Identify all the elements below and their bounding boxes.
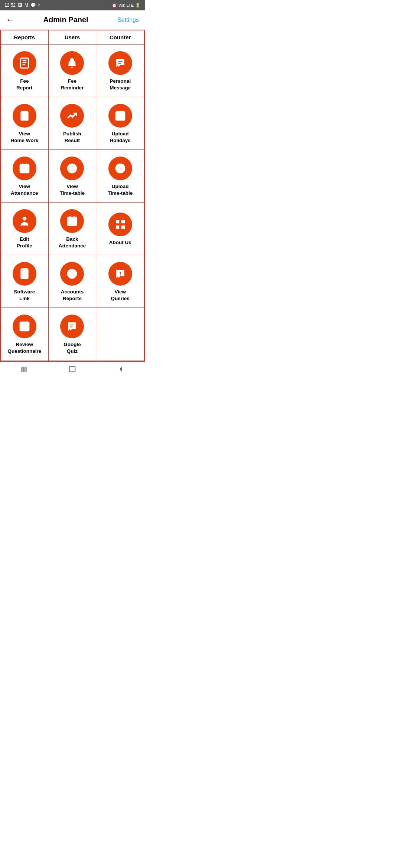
grid-item-view-timetable[interactable]: View Time-table [49,150,97,203]
message-icon: 💬 [30,3,36,8]
svg-rect-32 [121,226,124,229]
grid-label-edit-profile: Edit Profile [17,236,32,249]
svg-rect-25 [68,217,76,226]
grid-item-publish-result[interactable]: Publish Result [49,97,97,150]
grid-icon [108,213,132,236]
clock-icon [60,157,84,180]
page-title: Admin Panel [43,16,88,24]
grid-item-back-attendance[interactable]: Back Attendance [49,203,97,255]
status-right: ⏰ Vol) LTE 🔋 [112,3,140,8]
svg-rect-46 [26,367,27,372]
column-headers: Reports Users Counter [0,30,145,45]
status-bar: 12:52 🖼 M 💬 • ⏰ Vol) LTE 🔋 [0,0,145,10]
grid-item-software-link[interactable]: Software Link [1,255,49,308]
chat-exclaim-icon [108,262,132,286]
grid-label-view-queries: View Queries [111,289,130,302]
svg-marker-48 [120,366,122,372]
svg-line-19 [69,164,69,165]
svg-line-20 [75,164,75,165]
grid-item-view-attendance[interactable]: View Attendance [1,150,49,203]
chat-lines-icon [60,315,84,338]
svg-point-40 [120,274,121,276]
svg-rect-44 [22,367,23,372]
calendar-edit-icon [60,209,84,233]
clock2-icon [108,157,132,180]
calendar-check-icon [108,104,132,128]
signal-text: Vol) LTE [118,3,134,7]
svg-rect-31 [116,226,119,229]
col-header-users: Users [49,30,97,45]
grid-label-view-timetable: View Time-table [60,183,85,196]
grid-item-fee-report[interactable]: Fee Report [1,45,49,97]
grid-item-review-questionnaire[interactable]: Review Questionnaire [1,308,49,361]
status-left: 12:52 🖼 M 💬 • [4,3,40,8]
svg-rect-45 [23,367,25,372]
chat-bubble-icon [108,51,132,75]
grid-item-edit-profile[interactable]: Edit Profile [1,203,49,255]
grid-label-view-homework: View Home Work [10,131,38,144]
grid-label-review-questionnaire: Review Questionnaire [7,341,41,354]
grid-label-accounts-reports: Accounts Reports [61,289,84,302]
grid-label-software-link: Software Link [14,289,35,302]
header: ← Admin Panel Settings [0,10,145,30]
admin-grid: Fee ReportFee ReminderPersonal MessageVi… [0,45,145,362]
calendar-check2-icon [13,157,36,180]
grid-item-view-queries[interactable]: View Queries [96,255,144,308]
grid-item-google-quiz[interactable]: Google Quiz [49,308,97,361]
grid-label-personal-message: Personal Message [110,78,131,91]
grid-label-google-quiz: Google Quiz [63,341,81,354]
dot-icon: • [38,3,40,8]
svg-rect-30 [121,220,124,223]
nav-home-icon[interactable] [65,364,80,375]
grid-label-fee-reminder: Fee Reminder [61,78,84,91]
grid-label-publish-result: Publish Result [63,131,81,144]
grid-item-upload-holidays[interactable]: Upload Holidays [96,97,144,150]
back-button[interactable]: ← [6,15,14,25]
grid-item-accounts-reports[interactable]: Accounts Reports [49,255,97,308]
svg-point-24 [22,217,26,221]
grid-item-about-us[interactable]: About Us [96,203,144,255]
bottom-nav [0,362,145,378]
dollar-icon [60,262,84,286]
battery-icon: 🔋 [135,3,140,8]
bell-icon [60,51,84,75]
grid-item-personal-message[interactable]: Personal Message [96,45,144,97]
svg-rect-29 [116,220,119,223]
grid-item-empty [96,308,144,361]
grid-label-view-attendance: View Attendance [11,183,38,196]
nav-back-icon[interactable] [113,364,128,375]
file-text-icon [13,262,36,286]
svg-line-23 [123,164,123,165]
time: 12:52 [4,3,16,8]
grid-label-fee-report: Fee Report [16,78,33,91]
grid-label-back-attendance: Back Attendance [59,236,86,249]
svg-rect-14 [20,165,29,173]
col-header-counter: Counter [96,30,144,45]
svg-rect-10 [116,112,125,120]
edit-box-icon [13,315,36,338]
col-header-reports: Reports [1,30,49,45]
clipboard-icon [13,104,36,128]
grid-item-view-homework[interactable]: View Home Work [1,97,49,150]
alarm-icon: ⏰ [112,3,117,8]
trending-up-icon [60,104,84,128]
nav-menu-icon[interactable] [17,364,32,375]
svg-rect-47 [70,366,75,372]
grid-item-fee-reminder[interactable]: Fee Reminder [49,45,97,97]
mail-icon: M [25,3,28,8]
svg-line-22 [117,164,118,165]
settings-button[interactable]: Settings [117,17,139,23]
grid-item-upload-timetable[interactable]: Upload Time-table [96,150,144,203]
grid-label-upload-timetable: Upload Time-table [108,183,133,196]
person-icon [13,209,36,233]
gallery-icon: 🖼 [18,3,22,8]
grid-label-upload-holidays: Upload Holidays [110,131,131,144]
grid-label-about-us: About Us [109,239,131,246]
receipt-icon [13,51,36,75]
